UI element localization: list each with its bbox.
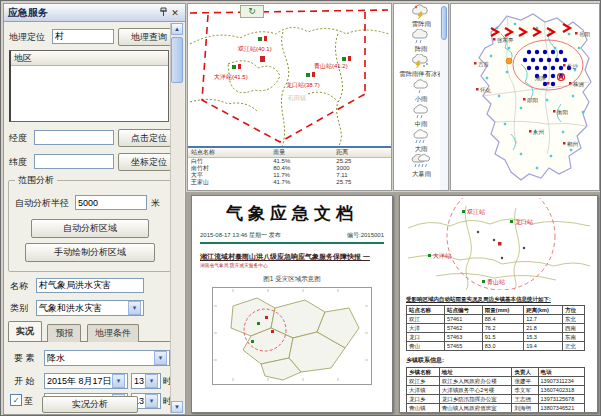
document-page-2[interactable]: 双江站 龙口站 大洋站 青山站 受影响区域内自动站雨量实况及周边乡镇基本信息统计… bbox=[399, 195, 598, 413]
category-select[interactable]: 气象和洪水灾害 ▾ bbox=[36, 300, 144, 316]
svg-text:怀化: 怀化 bbox=[480, 87, 492, 94]
weather-legend-panel: 雷阵雨 阵雨 雷阵雨伴有冰雹 小雨 中雨 大雨 bbox=[393, 3, 449, 191]
start-label: 开 始 bbox=[14, 375, 35, 388]
table-cell: 91.5 bbox=[482, 333, 523, 342]
manual-region-button[interactable]: 手动绘制分析区域 bbox=[25, 243, 155, 262]
svg-text:长沙: 长沙 bbox=[567, 63, 579, 70]
light-rain-icon bbox=[410, 79, 432, 94]
table-cell: 王家山 bbox=[188, 179, 270, 186]
station-result-table[interactable]: 站点名称雨量距离 白竹41.5%25.25南竹村80.4%3000大平11.7%… bbox=[188, 146, 391, 190]
geo-locate-input[interactable] bbox=[52, 29, 114, 44]
table-row: 龙口乡龙口乡防汛指挥办公室王志强13973125678 bbox=[407, 395, 585, 404]
document-headline: 湘江流域村暴雨山洪八级应急响应气象服务保障快报 一 bbox=[200, 252, 384, 262]
latitude-input[interactable] bbox=[34, 154, 114, 169]
svg-text:衡阳: 衡阳 bbox=[556, 109, 568, 116]
document-page-1[interactable]: 气象应急文档 2015-08-17 13:46 星期一 发布 编号:201500… bbox=[191, 195, 393, 413]
legend-label: 中雨 bbox=[415, 120, 428, 129]
longitude-label: 经度 bbox=[9, 132, 27, 145]
shower-icon bbox=[410, 29, 432, 44]
column-header: 乡镇名称 bbox=[407, 368, 440, 377]
figure-map-canvas bbox=[213, 288, 369, 382]
close-icon[interactable]: ✕ bbox=[169, 8, 181, 18]
figure-map bbox=[212, 287, 372, 385]
chevron-down-icon[interactable]: ▾ bbox=[154, 351, 167, 365]
scroll-down-icon[interactable]: ▼ bbox=[171, 401, 183, 413]
table-cell: 11.7% bbox=[270, 172, 333, 179]
column-header: 雨量 bbox=[270, 148, 333, 158]
svg-text:青山站(41.2): 青山站(41.2) bbox=[314, 63, 348, 70]
column-header: 电话 bbox=[538, 368, 585, 377]
table-row: 大洋镇大洋镇政务中心2号楼李文军13607402318 bbox=[407, 386, 585, 395]
legend-label: 阵雨 bbox=[415, 45, 428, 54]
province-map-canvas[interactable]: 岳阳 张家界 吉首 怀化 长沙 株洲 湘潭 邵阳 衡阳 永州 郴州 bbox=[451, 4, 599, 190]
table-cell: 东北 bbox=[562, 315, 585, 324]
table-cell: 25.75 bbox=[333, 179, 391, 186]
province-map[interactable]: 岳阳 张家界 吉首 怀化 长沙 株洲 湘潭 邵阳 衡阳 永州 郴州 bbox=[450, 3, 600, 191]
chevron-down-icon[interactable]: ▾ bbox=[112, 374, 125, 388]
end-time-checkbox[interactable]: ✓ bbox=[10, 394, 22, 406]
table-cell: 王志强 bbox=[512, 395, 538, 404]
region-column-header[interactable]: 地区 bbox=[11, 51, 168, 66]
start-date-picker[interactable]: 2015年 8月17日 ▾ bbox=[44, 373, 128, 389]
start-hour-select[interactable]: 13 ▾ bbox=[131, 373, 161, 389]
heavy-rain-icon bbox=[410, 129, 432, 144]
legend-scrollbar-thumb[interactable] bbox=[441, 6, 447, 40]
analysis-map-canvas[interactable]: 双江站(40.1) 大洋站(41.5) 龙口站(38.7) 青山站(41.2) … bbox=[188, 4, 391, 148]
panel-titlebar[interactable]: 应急服务 ✕ bbox=[4, 4, 185, 22]
tab-live[interactable]: 实况 bbox=[8, 321, 42, 341]
auto-radius-input[interactable] bbox=[75, 195, 147, 210]
table-row: 南竹村80.4%3000 bbox=[188, 165, 391, 172]
station-stats-table: 站点名称站点编号雨量(mm)距离(km)方位 双江5746188.412.7东北… bbox=[406, 305, 585, 351]
table-cell: 13607402318 bbox=[538, 386, 585, 395]
document-subline: 湖南省气象局 防灾减灾服务中心 bbox=[200, 262, 375, 268]
svg-text:双江站: 双江站 bbox=[467, 208, 485, 216]
map-refresh-icon[interactable]: ↻ bbox=[240, 5, 264, 18]
region-listbox[interactable]: 地区 bbox=[9, 50, 169, 122]
column-header: 雨量(mm) bbox=[482, 306, 523, 315]
table-cell: 12.7 bbox=[524, 315, 563, 324]
table-cell: 龙口乡防汛指挥办公室 bbox=[439, 395, 512, 404]
table-cell: 李文军 bbox=[512, 386, 538, 395]
legend-label: 雷阵雨伴有冰雹 bbox=[399, 70, 443, 79]
pin-icon[interactable] bbox=[157, 7, 169, 19]
auto-region-button[interactable]: 自动分析区域 bbox=[31, 219, 149, 238]
svg-text:株洲: 株洲 bbox=[572, 81, 584, 88]
table-cell: 龙口乡 bbox=[407, 395, 440, 404]
detail-map-canvas: 双江站 龙口站 大洋站 青山站 bbox=[406, 198, 592, 290]
scroll-up-icon[interactable]: ▲ bbox=[171, 23, 183, 35]
column-header: 站点名称 bbox=[407, 306, 445, 315]
live-analysis-button[interactable]: 实况分析 bbox=[42, 396, 138, 413]
chevron-down-icon[interactable]: ▾ bbox=[128, 301, 141, 315]
station-markers: 双江站(40.1) 大洋站(41.5) 龙口站(38.7) 青山站(41.2) … bbox=[214, 36, 351, 102]
tab-geo-condition[interactable]: 地理条件 bbox=[87, 324, 139, 342]
tab-forecast[interactable]: 预报 bbox=[47, 324, 81, 342]
auto-radius-label: 自动分析半径 bbox=[15, 197, 69, 210]
table-cell: 80.4% bbox=[270, 165, 333, 172]
svg-text:龙口站: 龙口站 bbox=[515, 219, 533, 226]
table-cell: 7.11 bbox=[333, 172, 391, 179]
chevron-down-icon[interactable]: ▾ bbox=[145, 374, 158, 388]
element-select[interactable]: 降水 ▾ bbox=[44, 350, 170, 366]
svg-text:岳阳: 岳阳 bbox=[579, 31, 590, 38]
legend-scrollbar[interactable] bbox=[440, 4, 448, 190]
panel-scrollbar[interactable]: ▲ ▼ bbox=[170, 23, 184, 413]
longitude-input[interactable] bbox=[34, 130, 114, 145]
name-input[interactable] bbox=[36, 278, 144, 293]
contact-table-subtitle: 乡镇联系信息: bbox=[406, 356, 591, 365]
table-cell: 13907311234 bbox=[538, 377, 585, 386]
column-header: 距离 bbox=[333, 148, 391, 158]
town-contact-header: 乡镇名称地址负责人电话 bbox=[407, 368, 585, 377]
panel-title: 应急服务 bbox=[8, 6, 157, 20]
station-stats-body: 双江5746188.412.7东北大洋5746276.221.8西南龙口5746… bbox=[407, 315, 585, 351]
start-hour-value: 13 bbox=[134, 376, 145, 386]
column-header: 负责人 bbox=[512, 368, 538, 377]
scrollbar-thumb[interactable] bbox=[171, 37, 183, 83]
table-intro-line: 受影响区域内自动站雨量实况及周边乡镇基本信息统计如下: bbox=[406, 296, 591, 303]
table-cell: 大洋镇政务中心2号楼 bbox=[439, 386, 512, 395]
chevron-down-icon[interactable]: ▾ bbox=[145, 394, 158, 408]
table-cell: 白竹 bbox=[188, 158, 270, 166]
name-label: 名称 bbox=[10, 280, 28, 293]
analysis-map[interactable]: 双江站(40.1) 大洋站(41.5) 龙口站(38.7) 青山站(41.2) … bbox=[187, 3, 392, 191]
document-number: 编号:2015001 bbox=[347, 231, 384, 240]
svg-text:张家界: 张家界 bbox=[497, 37, 514, 44]
